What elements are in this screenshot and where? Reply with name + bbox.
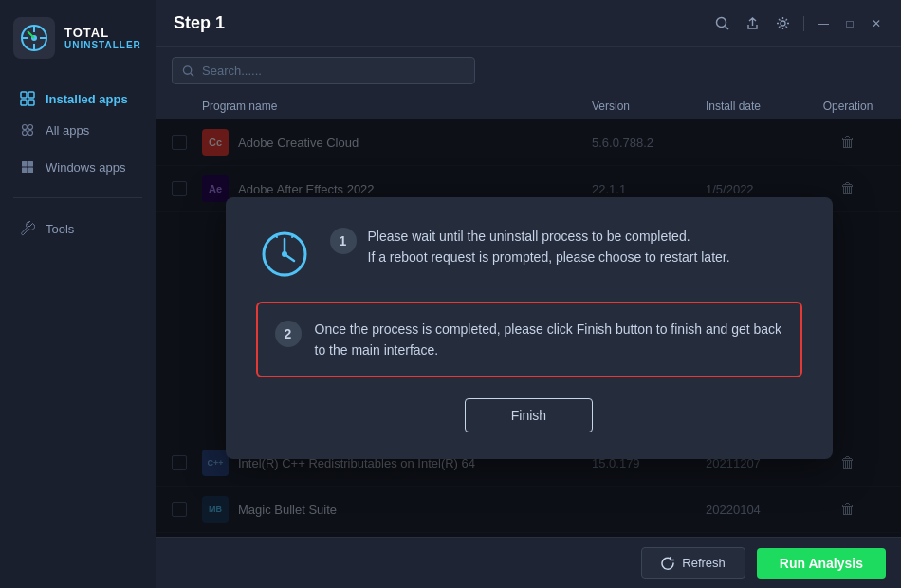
logo-total: TOTAL — [64, 26, 141, 40]
topbar-icons: ― □ ✕ — [712, 14, 884, 33]
sidebar-item-installed-apps[interactable]: Installed apps — [6, 83, 150, 111]
settings-icon[interactable] — [773, 14, 792, 33]
step2-num: 2 — [275, 321, 302, 347]
logo-uninstaller: UNINSTALLER — [64, 40, 141, 50]
clock-icon — [256, 226, 313, 283]
uninstall-modal: 1 Please wait until the uninstall proces… — [226, 197, 833, 460]
minimize-button[interactable]: ― — [816, 16, 831, 31]
sidebar-divider — [13, 197, 142, 198]
modal-step2-box: 2 Once the process is completed, please … — [256, 302, 802, 378]
topbar: Step 1 ― □ ✕ — [156, 0, 901, 47]
col-version: Version — [592, 100, 706, 113]
search-bar — [156, 47, 901, 94]
modal-finish-row: Finish — [256, 398, 802, 432]
svg-rect-9 — [21, 100, 27, 105]
installed-apps-label: Installed apps — [46, 92, 128, 106]
svg-line-20 — [725, 27, 728, 30]
tools-section: Tools — [0, 204, 156, 253]
windows-apps-label: Windows apps — [46, 160, 126, 175]
svg-rect-10 — [28, 100, 34, 105]
sidebar: TOTAL UNINSTALLER Installed apps — [0, 0, 156, 588]
search-input[interactable] — [202, 64, 465, 78]
svg-point-14 — [28, 131, 33, 136]
search-icon[interactable] — [712, 14, 731, 33]
tools-label: Tools — [46, 222, 74, 236]
run-analysis-button[interactable]: Run Analysis — [757, 548, 886, 579]
modal-step1-text-line1: Please wait until the uninstall process … — [368, 226, 730, 247]
search-icon-small — [182, 64, 194, 78]
share-icon[interactable] — [743, 14, 762, 33]
svg-point-13 — [23, 131, 28, 136]
grid-icon — [19, 90, 36, 107]
tools-icon — [19, 220, 36, 237]
svg-point-21 — [781, 21, 785, 26]
svg-rect-16 — [28, 161, 34, 167]
svg-rect-17 — [22, 168, 28, 174]
svg-rect-18 — [28, 168, 34, 174]
col-program-name: Program name — [202, 100, 592, 113]
refresh-button[interactable]: Refresh — [641, 547, 745, 579]
svg-rect-15 — [22, 161, 28, 167]
refresh-icon — [661, 557, 674, 570]
svg-point-19 — [716, 18, 726, 28]
bottom-bar: Refresh Run Analysis — [156, 537, 901, 588]
page-title: Step 1 — [174, 13, 225, 33]
apps-icon — [19, 121, 36, 138]
modal-step1-row: 1 Please wait until the uninstall proces… — [256, 226, 802, 283]
col-install-date: Install date — [706, 100, 810, 113]
svg-point-12 — [28, 125, 33, 130]
logo-icon — [13, 17, 55, 59]
modal-step2-text: Once the process is completed, please cl… — [315, 319, 783, 361]
col-operation: Operation — [810, 100, 886, 113]
all-apps-label: All apps — [46, 123, 89, 138]
sidebar-item-all-apps[interactable]: All apps — [6, 112, 150, 148]
installed-apps-section: Installed apps All apps — [0, 76, 156, 192]
app-logo: TOTAL UNINSTALLER — [0, 0, 156, 76]
main-content: Step 1 ― □ ✕ — [156, 0, 901, 588]
table-body: Cc Adobe Creative Cloud 5.6.0.788.2 🗑 Ae… — [156, 119, 901, 537]
svg-line-27 — [285, 254, 294, 261]
refresh-label: Refresh — [682, 556, 726, 570]
close-button[interactable]: ✕ — [869, 16, 884, 31]
table-header: Program name Version Install date Operat… — [156, 94, 901, 119]
svg-rect-8 — [28, 92, 34, 98]
maximize-button[interactable]: □ — [842, 16, 857, 31]
logo-text: TOTAL UNINSTALLER — [64, 26, 141, 50]
sidebar-item-tools[interactable]: Tools — [6, 211, 150, 247]
svg-line-23 — [191, 73, 193, 76]
windows-icon — [19, 158, 36, 175]
sidebar-item-windows-apps[interactable]: Windows apps — [6, 149, 150, 185]
topbar-divider — [803, 16, 804, 31]
modal-step1-text-line2: If a reboot request is prompted, please … — [368, 247, 730, 267]
svg-point-11 — [23, 125, 28, 130]
search-wrapper[interactable] — [172, 57, 475, 84]
svg-point-22 — [183, 65, 191, 73]
svg-rect-7 — [21, 92, 27, 98]
modal-overlay: 1 Please wait until the uninstall proces… — [156, 119, 901, 537]
modal-step1-content: 1 Please wait until the uninstall proces… — [330, 226, 802, 268]
finish-button[interactable]: Finish — [465, 398, 593, 432]
step1-num: 1 — [330, 228, 357, 254]
